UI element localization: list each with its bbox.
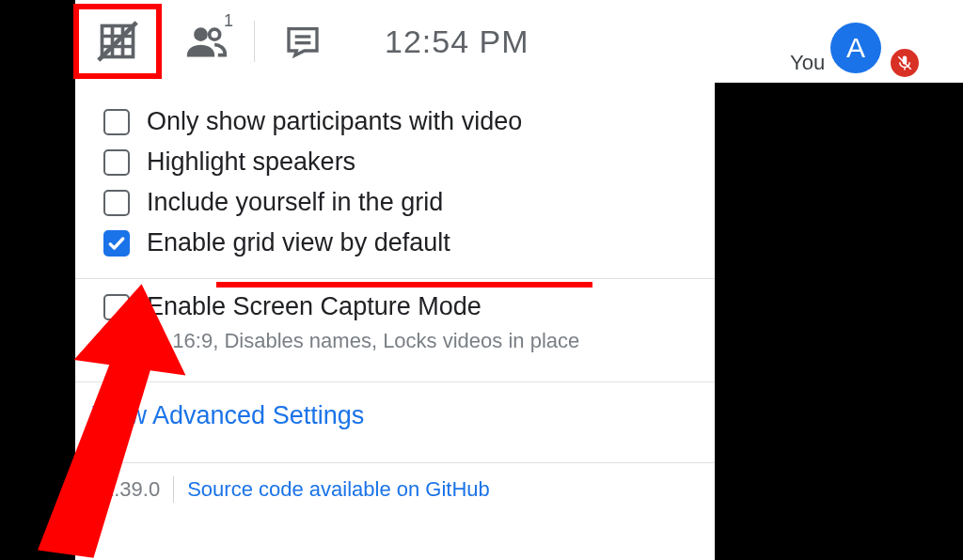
annotation-underline [216, 282, 592, 288]
header-icons: 1 [75, 0, 347, 83]
checkbox-enable-grid-default[interactable] [103, 230, 130, 257]
github-link[interactable]: Source code available on GitHub [187, 477, 490, 502]
divider [173, 476, 174, 503]
option-label: Include yourself in the grid [147, 188, 443, 217]
screen-capture-description: Forces 16:9, Disables names, Locks video… [75, 327, 715, 366]
participants-button[interactable]: 1 [162, 0, 250, 83]
svg-point-7 [210, 29, 220, 39]
divider [254, 21, 255, 62]
avatar[interactable]: A [830, 23, 881, 73]
svg-line-5 [99, 23, 136, 60]
option-highlight-speakers: Highlight speakers [75, 142, 715, 182]
grid-view-button[interactable] [73, 4, 162, 79]
user-area: You A [784, 0, 963, 83]
option-only-video: Only show participants with video [75, 101, 715, 142]
svg-point-6 [194, 27, 208, 41]
chat-button[interactable] [259, 0, 347, 83]
option-include-yourself: Include yourself in the grid [75, 182, 715, 223]
mic-muted-badge [891, 49, 919, 77]
settings-panel: Only show participants with video Highli… [75, 83, 715, 560]
check-icon [107, 234, 126, 253]
people-icon [185, 21, 227, 62]
checkbox-include-yourself[interactable] [103, 190, 130, 216]
participant-count: 1 [224, 11, 233, 31]
checkbox-screen-capture[interactable] [103, 294, 130, 320]
option-enable-grid-default: Enable grid view by default [75, 223, 715, 263]
version-text: v1.39.0 [92, 477, 160, 502]
clock: 12:54 PM [385, 23, 529, 60]
grid-off-icon [97, 21, 138, 62]
header-bar: 1 12:54 PM You A [75, 0, 963, 83]
you-label: You [784, 51, 825, 77]
checkbox-highlight-speakers[interactable] [103, 149, 130, 176]
chat-icon [284, 23, 322, 60]
advanced-settings-link[interactable]: View Advanced Settings [75, 382, 715, 447]
footer: v1.39.0 Source code available on GitHub [75, 463, 715, 503]
option-label: Highlight speakers [147, 148, 355, 177]
mic-off-icon [896, 54, 913, 71]
checkbox-only-video[interactable] [103, 109, 130, 135]
option-label: Enable Screen Capture Mode [147, 292, 482, 321]
option-label: Enable grid view by default [147, 228, 450, 257]
option-label: Only show participants with video [147, 107, 522, 136]
